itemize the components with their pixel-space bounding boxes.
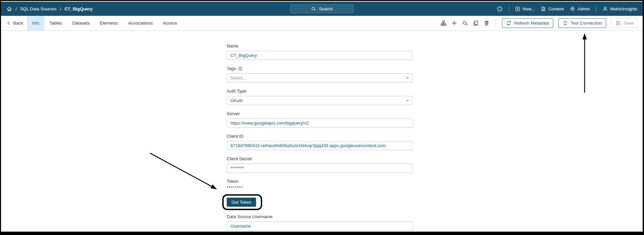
tags-placeholder: Select...: [230, 75, 246, 80]
duplicate-icon[interactable]: [473, 20, 479, 26]
client-secret-field-group: Client Secret: [227, 156, 413, 173]
auth-type-label: Auth Type: [227, 89, 413, 94]
search-icon[interactable]: [462, 20, 468, 26]
test-connection-button[interactable]: Test Connection: [558, 18, 606, 28]
top-navigation-bar: / SQL Data Sources / CT_BigQuery Search …: [1, 2, 643, 16]
back-button[interactable]: Back: [1, 21, 27, 26]
document-icon: [541, 6, 546, 11]
global-search-input[interactable]: Search: [290, 4, 354, 13]
chevron-down-icon: [405, 76, 410, 80]
lineage-sitemap-icon[interactable]: [441, 20, 446, 26]
tags-select[interactable]: Select...: [227, 73, 413, 82]
assistant-circle-icon[interactable]: [497, 6, 503, 12]
new-menu-button[interactable]: New...: [515, 6, 535, 11]
info-icon[interactable]: [238, 66, 243, 71]
admin-menu-button[interactable]: Admin: [570, 6, 590, 11]
data-source-info-form: Name Tags Select... Auth Type OAuth: [227, 43, 413, 235]
gear-icon: [570, 6, 575, 11]
name-label: Name: [227, 43, 413, 48]
tab-elements[interactable]: Elements: [94, 16, 123, 30]
toolbar-actions: Refresh Metadata Test Connection Save: [441, 18, 643, 28]
refresh-metadata-button[interactable]: Refresh Metadata: [502, 18, 553, 28]
tags-field-group: Tags Select...: [227, 66, 413, 82]
server-field-group: Server: [227, 111, 413, 128]
tab-access[interactable]: Access: [158, 16, 182, 30]
add-icon[interactable]: [451, 20, 457, 26]
auth-type-select[interactable]: OAuth: [227, 96, 413, 105]
admin-menu-label: Admin: [578, 6, 590, 11]
client-id-input[interactable]: [227, 141, 413, 150]
annotation-highlight-ring: Get Token: [222, 194, 262, 210]
delete-trash-icon[interactable]: [484, 20, 489, 26]
annotation-arrow-to-get-token: [150, 153, 216, 189]
topnav-divider: [596, 6, 596, 12]
client-id-label: Client ID: [227, 134, 413, 139]
tab-tables[interactable]: Tables: [45, 16, 67, 30]
token-label: Token: [227, 179, 413, 184]
tags-label: Tags: [227, 66, 413, 71]
breadcrumb-separator: /: [16, 6, 17, 11]
breadcrumb-current-page: CT_BigQuery: [64, 6, 92, 11]
save-label: Save: [623, 21, 634, 26]
name-field-group: Name: [227, 43, 413, 60]
client-id-field-group: Client ID: [227, 134, 413, 150]
search-placeholder: Search: [319, 6, 333, 11]
breadcrumb-separator: /: [60, 6, 61, 11]
swap-arrows-icon: [563, 21, 568, 26]
token-field-group: Token ******** Get Token: [227, 179, 413, 210]
save-floppy-icon: [616, 21, 621, 26]
auth-type-field-group: Auth Type OAuth: [227, 89, 413, 105]
server-label: Server: [227, 111, 413, 116]
refresh-icon: [506, 21, 511, 26]
client-secret-label: Client Secret: [227, 156, 413, 161]
user-icon: [603, 6, 608, 11]
content-menu-label: Content: [548, 6, 564, 11]
tab-datasets[interactable]: Datasets: [67, 16, 94, 30]
user-menu-button[interactable]: MetricInsights: [603, 6, 637, 11]
back-label: Back: [13, 21, 23, 26]
home-icon[interactable]: [6, 6, 12, 12]
search-icon: [311, 6, 316, 11]
name-input[interactable]: [227, 51, 413, 60]
content-menu-button[interactable]: Content: [541, 6, 564, 11]
chevron-left-icon: [6, 21, 11, 26]
username-field-group: Data Source Username: [227, 214, 413, 231]
topnav-divider: [509, 6, 509, 12]
data-source-username-label: Data Source Username: [227, 214, 413, 219]
tab-info[interactable]: Info: [27, 16, 45, 30]
token-masked-value: ********: [227, 185, 413, 190]
data-source-username-input[interactable]: [227, 222, 413, 231]
tab-associations[interactable]: Associations: [123, 16, 158, 30]
toolbar-divider: [496, 20, 496, 27]
new-menu-label: New...: [523, 6, 535, 11]
test-connection-label: Test Connection: [570, 21, 602, 26]
server-input[interactable]: [227, 119, 413, 128]
auth-type-value: OAuth: [230, 98, 243, 103]
client-secret-input[interactable]: [227, 164, 413, 173]
user-menu-label: MetricInsights: [610, 6, 637, 11]
top-right-navigation: New... Content Admin MetricInsights: [497, 6, 637, 12]
app-window: / SQL Data Sources / CT_BigQuery Search …: [0, 0, 644, 235]
save-button[interactable]: Save: [611, 18, 638, 28]
breadcrumb: / SQL Data Sources / CT_BigQuery: [6, 6, 92, 12]
breadcrumb-section[interactable]: SQL Data Sources: [20, 6, 57, 11]
refresh-metadata-label: Refresh Metadata: [514, 21, 549, 26]
chevron-down-icon: [405, 98, 410, 103]
page-toolbar: Back Info Tables Datasets Elements Assoc…: [1, 16, 643, 31]
get-token-button[interactable]: Get Token: [227, 198, 256, 207]
plus-square-icon: [515, 6, 520, 11]
